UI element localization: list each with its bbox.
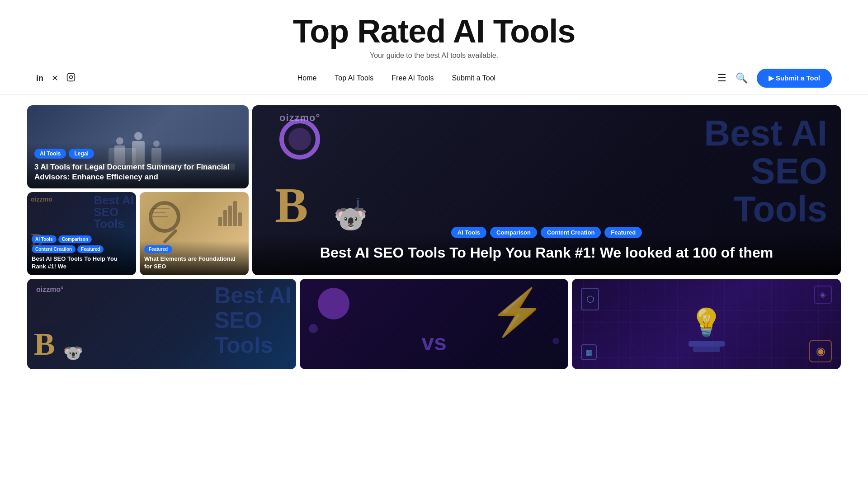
linkedin-icon[interactable]: in — [36, 74, 43, 83]
nav-links: Home Top AI Tools Free AI Tools Submit a… — [297, 74, 495, 82]
svg-point-2 — [73, 75, 74, 75]
tag-legal[interactable]: Legal — [69, 149, 94, 159]
big-right-card-title: Best AI SEO Tools To Help You Rank #1! W… — [270, 244, 823, 263]
tag-featured-sr[interactable]: Featured — [144, 245, 172, 253]
small-right-card-overlay: Featured What Elements are Foundational … — [140, 241, 249, 275]
bottom-card-vs[interactable]: ⚡ vs — [300, 279, 569, 369]
big-left-card[interactable]: AI Tools Legal 3 AI Tools for Legal Docu… — [27, 105, 249, 188]
nav-submit-tool[interactable]: Submit a Tool — [452, 74, 495, 82]
big-right-card[interactable]: oizzmo° B 🐨 Best AISEOTools i AI Tools C… — [252, 105, 841, 275]
tag-comparison-br[interactable]: Comparison — [490, 227, 537, 238]
tag-comparison-sl[interactable]: Comparison — [58, 235, 92, 243]
site-header: Top Rated AI Tools Your guide to the bes… — [0, 0, 868, 62]
small-left-card-overlay: AI Tools Comparison Content Creation Fea… — [27, 231, 136, 275]
nav-top-ai-tools[interactable]: Top AI Tools — [335, 74, 373, 82]
bottom-cards-row: oizzmo° Best AISEOTools B 🐨 ⚡ vs — [27, 279, 841, 369]
instagram-icon[interactable] — [66, 73, 75, 84]
small-right-card-title: What Elements are Foundational for SEO — [144, 255, 244, 271]
search-icon[interactable]: 🔍 — [736, 72, 748, 84]
svg-point-1 — [70, 75, 73, 79]
left-column: AI Tools Legal 3 AI Tools for Legal Docu… — [27, 105, 249, 275]
menu-icon[interactable]: ☰ — [717, 72, 726, 84]
site-title: Top Rated AI Tools — [0, 13, 868, 50]
nav-free-ai-tools[interactable]: Free AI Tools — [392, 74, 434, 82]
nav-home[interactable]: Home — [297, 74, 317, 82]
tag-content-creation-sl[interactable]: Content Creation — [32, 245, 75, 253]
main-content: AI Tools Legal 3 AI Tools for Legal Docu… — [0, 94, 868, 380]
site-title-container: Top Rated AI Tools Your guide to the bes… — [0, 0, 868, 62]
small-left-card[interactable]: oizzmo Best AISEOTools B AI Tools Compar… — [27, 192, 136, 275]
svg-rect-0 — [67, 73, 75, 81]
tag-ai-tools-sl[interactable]: AI Tools — [32, 235, 57, 243]
nav-bar: in ✕ Home Top AI Tools Free AI Tools Sub… — [0, 62, 868, 94]
social-links: in ✕ — [36, 73, 75, 84]
big-left-card-tags: AI Tools Legal — [34, 149, 241, 159]
tag-featured-sl[interactable]: Featured — [77, 245, 104, 253]
submit-tool-button[interactable]: ▶ Submit a Tool — [757, 69, 832, 88]
bottom-card-seo[interactable]: oizzmo° Best AISEOTools B 🐨 — [27, 279, 296, 369]
nav-right: ☰ 🔍 ▶ Submit a Tool — [717, 69, 832, 88]
big-left-card-overlay: AI Tools Legal 3 AI Tools for Legal Docu… — [27, 142, 249, 188]
twitter-icon[interactable]: ✕ — [52, 73, 58, 83]
bottom-card-tech[interactable]: 💡 ⬡ ◈ ▦ ◉ — [572, 279, 841, 369]
tag-ai-tools-br[interactable]: AI Tools — [451, 227, 486, 238]
small-left-card-title: Best AI SEO Tools To Help You Rank #1! W… — [32, 255, 132, 271]
featured-grid: AI Tools Legal 3 AI Tools for Legal Docu… — [27, 105, 841, 275]
tag-featured-br[interactable]: Featured — [604, 227, 642, 238]
big-left-card-title: 3 AI Tools for Legal Document Summary fo… — [34, 162, 241, 182]
tag-ai-tools[interactable]: AI Tools — [34, 149, 66, 159]
small-cards-row: oizzmo Best AISEOTools B AI Tools Compar… — [27, 192, 249, 275]
tag-content-creation-br[interactable]: Content Creation — [541, 227, 601, 238]
big-right-card-overlay: AI Tools Comparison Content Creation Fea… — [252, 214, 841, 275]
small-right-card[interactable]: Featured What Elements are Foundational … — [140, 192, 249, 275]
site-subtitle: Your guide to the best AI tools availabl… — [0, 52, 868, 60]
